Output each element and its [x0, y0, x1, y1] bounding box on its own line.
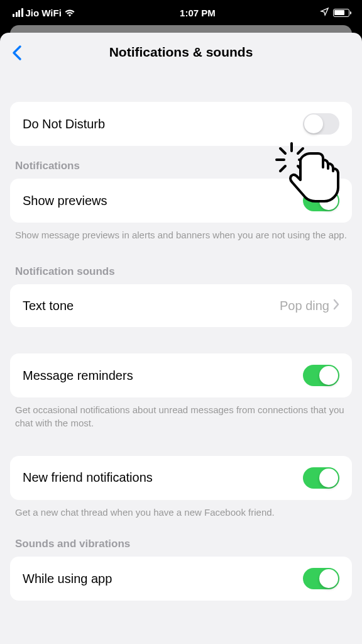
- settings-sheet: Notifications & sounds Do Not Disturb No…: [0, 33, 362, 644]
- new-friend-toggle[interactable]: [303, 467, 339, 489]
- dnd-label: Do Not Disturb: [23, 117, 105, 131]
- message-reminders-row[interactable]: Message reminders: [10, 353, 352, 397]
- new-friend-footer: Get a new chat thread when you have a ne…: [0, 500, 362, 519]
- new-friend-row[interactable]: New friend notifications: [10, 456, 352, 500]
- show-previews-row[interactable]: Show previews: [10, 179, 352, 223]
- wifi-icon: [64, 8, 75, 17]
- section-header-notification-sounds: Notification sounds: [0, 242, 362, 284]
- new-friend-label: New friend notifications: [23, 470, 153, 485]
- text-tone-value: Pop ding: [280, 299, 329, 313]
- status-left: Jio WiFi: [13, 8, 75, 18]
- status-time: 1:07 PM: [180, 8, 216, 18]
- back-button[interactable]: [11, 44, 23, 64]
- while-using-label: While using app: [23, 572, 112, 586]
- page-title: Notifications & sounds: [109, 45, 253, 60]
- text-tone-label: Text tone: [23, 299, 74, 313]
- section-header-notifications: Notifications: [0, 146, 362, 179]
- location-icon: [320, 7, 329, 18]
- show-previews-label: Show previews: [23, 194, 107, 208]
- battery-icon: [333, 9, 349, 17]
- chevron-right-icon: [333, 299, 339, 313]
- content: Do Not Disturb Notifications Show previe…: [0, 102, 362, 601]
- show-previews-toggle[interactable]: [303, 190, 339, 211]
- while-using-toggle[interactable]: [303, 568, 339, 589]
- text-tone-row[interactable]: Text tone Pop ding: [10, 284, 352, 327]
- show-previews-footer: Show message previews in alerts and bann…: [0, 223, 362, 242]
- carrier-label: Jio WiFi: [26, 8, 62, 18]
- status-bar: Jio WiFi 1:07 PM: [0, 0, 362, 25]
- dnd-toggle[interactable]: [303, 113, 339, 135]
- message-reminders-label: Message reminders: [23, 369, 133, 383]
- while-using-row[interactable]: While using app: [10, 557, 352, 601]
- cellular-signal-icon: [13, 8, 23, 17]
- message-reminders-footer: Get occasional notifications about unrea…: [0, 397, 362, 430]
- do-not-disturb-row[interactable]: Do Not Disturb: [10, 102, 352, 146]
- section-header-sounds-vibrations: Sounds and vibrations: [0, 519, 362, 557]
- message-reminders-toggle[interactable]: [303, 365, 339, 386]
- nav-header: Notifications & sounds: [0, 33, 362, 72]
- status-right: [320, 7, 349, 18]
